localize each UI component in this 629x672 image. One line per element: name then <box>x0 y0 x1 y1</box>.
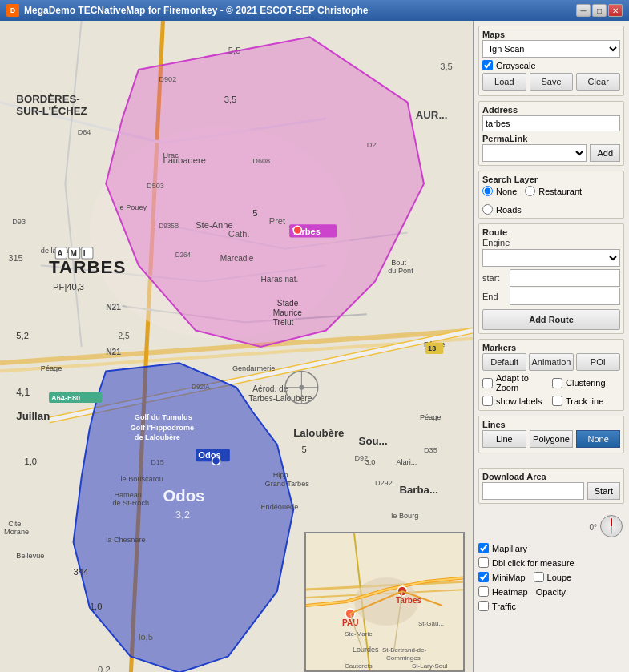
minimap-checkbox[interactable] <box>478 572 489 582</box>
traffic-row[interactable]: Traffic <box>478 601 624 611</box>
permalink-add-button[interactable]: Add <box>590 144 620 162</box>
polygone-button[interactable]: Polygone <box>530 430 574 448</box>
maps-dropdown[interactable]: Ign Scan <box>482 40 620 58</box>
poi-button[interactable]: POI <box>576 353 620 371</box>
svg-point-102 <box>212 457 220 465</box>
engine-dropdown[interactable] <box>482 249 620 267</box>
none-lines-button[interactable]: None <box>576 430 620 448</box>
compass <box>600 515 624 539</box>
end-input[interactable] <box>510 288 620 305</box>
svg-text:0,2: 0,2 <box>98 665 111 672</box>
maximize-button[interactable]: □ <box>592 4 607 17</box>
svg-text:Lourdes: Lourdes <box>353 646 379 654</box>
minimize-button[interactable]: ─ <box>576 4 591 17</box>
load-button[interactable]: Load <box>482 73 526 91</box>
traffic-checkbox[interactable] <box>478 601 489 611</box>
permalink-dropdown[interactable] <box>482 144 587 162</box>
svg-text:le Pouey: le Pouey <box>119 203 147 211</box>
compass-degree: 0° <box>589 523 597 532</box>
start-input[interactable] <box>510 269 620 287</box>
svg-text:Golf du Tumulus: Golf du Tumulus <box>135 413 192 421</box>
radio-none-row[interactable]: None <box>482 186 517 196</box>
svg-text:Comminges: Comminges <box>386 654 421 662</box>
svg-text:Marcadie: Marcadie <box>220 254 254 263</box>
minimap: PAU Ste-Marie Tarbes Lourdes St-Gau... S… <box>304 532 465 672</box>
radio-none[interactable] <box>482 186 493 196</box>
line-button[interactable]: Line <box>482 430 526 448</box>
svg-text:D2: D2 <box>367 141 377 149</box>
svg-text:5,2: 5,2 <box>16 331 29 340</box>
svg-text:Cauterets: Cauterets <box>345 662 373 670</box>
svg-text:D902: D902 <box>159 75 176 83</box>
svg-text:Laloubère: Laloubère <box>293 427 344 439</box>
svg-text:Hipp.: Hipp. <box>273 471 290 479</box>
minimap-row[interactable]: MiniMap <box>478 572 526 582</box>
svg-text:D64: D64 <box>78 128 91 136</box>
radio-restaurant-row[interactable]: Restaurant <box>525 186 582 196</box>
svg-text:4,1: 4,1 <box>16 387 30 398</box>
svg-text:le Bourg: le Bourg <box>391 512 418 520</box>
heatmap-row[interactable]: Heatmap <box>478 586 528 597</box>
save-button[interactable]: Save <box>530 73 574 91</box>
dbl-click-checkbox[interactable] <box>478 557 489 568</box>
loupe-checkbox[interactable] <box>534 572 544 582</box>
grayscale-checkbox[interactable] <box>482 60 493 70</box>
dbl-click-label: Dbl click for measure <box>492 558 575 568</box>
svg-text:D92: D92 <box>355 454 369 462</box>
opacity-label: Opacity <box>536 587 566 597</box>
svg-text:5: 5 <box>252 208 257 218</box>
search-layer-label: Search Layer <box>482 175 620 184</box>
svg-text:Barba...: Barba... <box>399 484 437 496</box>
radio-roads[interactable] <box>482 204 493 215</box>
animation-button[interactable]: Animation <box>529 353 573 371</box>
start-download-button[interactable]: Start <box>587 482 620 500</box>
adapt-zoom-row[interactable]: Adapt to Zoom <box>482 373 550 392</box>
svg-text:3,2: 3,2 <box>175 509 190 521</box>
search-layer-section: Search Layer None Restaurant Roads <box>478 171 624 219</box>
svg-text:Ste-Marie: Ste-Marie <box>345 630 373 638</box>
address-input[interactable] <box>482 115 620 131</box>
svg-text:M: M <box>70 249 76 258</box>
address-label: Address <box>482 105 620 115</box>
lines-label: Lines <box>482 420 620 429</box>
download-label: Download Area <box>482 472 620 481</box>
address-section: Address PermaLink Add <box>478 101 624 166</box>
svg-text:344: 344 <box>74 567 89 577</box>
svg-text:BORDÈRES-: BORDÈRES- <box>16 93 79 105</box>
sidebar: Maps Ign Scan Grayscale Load Save Clear … <box>473 21 629 672</box>
dbl-click-row[interactable]: Dbl click for measure <box>478 557 624 568</box>
start-label: start <box>482 273 506 283</box>
svg-text:Bout: Bout <box>391 259 406 267</box>
svg-text:St-Lary-Soul: St-Lary-Soul <box>412 662 448 670</box>
track-line-checkbox[interactable] <box>552 396 562 406</box>
heatmap-checkbox[interactable] <box>478 586 489 597</box>
add-route-button[interactable]: Add Route <box>482 309 620 330</box>
compass-area: 0° <box>478 515 624 539</box>
svg-text:315: 315 <box>8 253 23 263</box>
default-button[interactable]: Default <box>482 353 526 371</box>
permalink-label: PermaLink <box>482 134 620 143</box>
show-labels-row[interactable]: show labels <box>482 396 550 406</box>
svg-text:Golf l'Hippodrome: Golf l'Hippodrome <box>131 424 194 432</box>
svg-text:Trelut: Trelut <box>273 318 294 327</box>
clear-button[interactable]: Clear <box>576 73 620 91</box>
track-line-row[interactable]: Track line <box>552 396 620 406</box>
bottom-options: Mapillary Dbl click for measure MiniMap … <box>478 542 624 612</box>
close-button[interactable]: ✕ <box>608 4 623 17</box>
clustering-checkbox[interactable] <box>552 378 562 388</box>
svg-text:Bellevue: Bellevue <box>16 552 44 560</box>
show-labels-checkbox[interactable] <box>482 396 493 406</box>
radio-roads-row[interactable]: Roads <box>482 204 522 215</box>
adapt-zoom-checkbox[interactable] <box>482 378 493 388</box>
download-input[interactable] <box>482 482 584 500</box>
title-bar: D MegaDemo TECNativeMap for Firemonkey -… <box>0 0 629 21</box>
svg-point-101 <box>293 226 301 234</box>
loupe-row[interactable]: Loupe <box>534 572 572 582</box>
svg-text:N21: N21 <box>106 303 121 312</box>
radio-restaurant[interactable] <box>525 186 535 196</box>
mapillary-checkbox[interactable] <box>478 543 489 553</box>
map-area[interactable]: TARBES PF|40,3 BORDÈRES- SUR-L'ÉCHEZ Lau… <box>0 21 473 672</box>
clustering-row[interactable]: Clustering <box>552 373 620 392</box>
mapillary-row[interactable]: Mapillary <box>478 543 624 553</box>
grayscale-checkbox-row[interactable]: Grayscale <box>482 60 620 70</box>
